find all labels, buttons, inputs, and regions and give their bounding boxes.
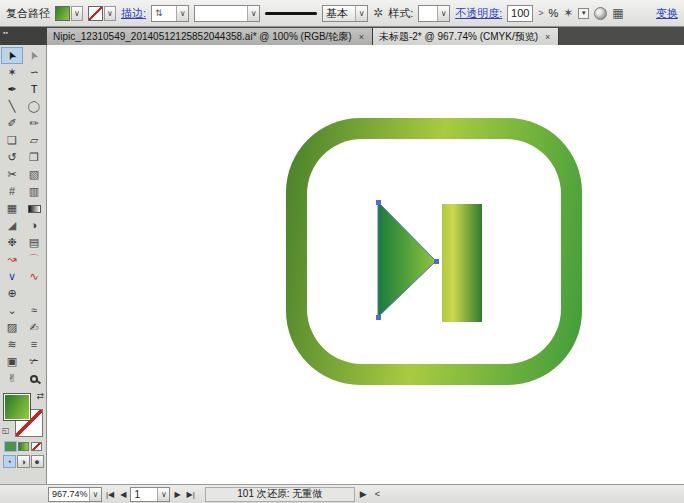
color-button[interactable] (5, 442, 16, 451)
chart-tool[interactable]: ▨ (1, 319, 23, 336)
width-profile-combo[interactable]: ∨ (194, 5, 260, 22)
screen-mode-fullscreen-menu-icon[interactable]: ◑ (17, 455, 30, 468)
select-similar-dropdown-icon[interactable]: ▾ (578, 8, 589, 19)
line-segment-tool[interactable]: ╲ (1, 98, 23, 115)
selection-marquee-tool[interactable]: ▧ (23, 166, 45, 183)
anchor-point-top[interactable] (376, 200, 381, 205)
status-handle-icon[interactable]: < (372, 489, 383, 499)
stroke-weight-dropdown-icon[interactable]: ∨ (176, 6, 188, 21)
column-graph-tool[interactable]: ▤ (23, 234, 45, 251)
pencil-tool[interactable]: ✏ (23, 115, 45, 132)
last-artboard-button[interactable]: ▶| (185, 490, 197, 499)
stroke-none-swatch-icon[interactable] (88, 6, 103, 21)
paint-style-buttons (0, 442, 46, 451)
polyline-tool[interactable]: ∨ (1, 268, 23, 285)
perspective-tool[interactable]: # (1, 183, 23, 200)
transform-panel-link[interactable]: 变换 (656, 6, 678, 21)
arc-tool[interactable]: ⌒ (23, 251, 45, 268)
rotate-tool[interactable]: ↺ (1, 149, 23, 166)
artboard-dropdown-icon[interactable]: ∨ (157, 488, 169, 501)
artboard-number-combo[interactable]: 1 ∨ (130, 487, 170, 502)
swap-fill-stroke-icon[interactable]: ⇄ (36, 391, 44, 401)
frame-tool[interactable]: ▣ (1, 353, 23, 370)
style-label: 样式: (388, 6, 413, 21)
paintbrush-tool[interactable]: ✐ (1, 115, 23, 132)
knife-tool[interactable]: ✃ (23, 353, 45, 370)
direct-selection-tool[interactable]: ➤ (23, 47, 45, 64)
select-similar-icon[interactable]: ✶ (563, 6, 573, 20)
opacity-stepper-icon[interactable]: > (538, 8, 543, 18)
stroke-panel-link[interactable]: 描边: (121, 6, 146, 21)
recolor-artwork-icon[interactable] (594, 7, 607, 20)
screen-mode-fullscreen-icon[interactable]: ● (31, 455, 44, 468)
brush-definition-label: 基本 (326, 6, 348, 21)
style-combo[interactable]: ∨ (418, 5, 450, 22)
gradient-tool[interactable] (23, 200, 45, 217)
warp-tool[interactable]: ⌄ (1, 302, 23, 319)
document-tab-2[interactable]: 未标题-2* @ 967.74% (CMYK/预览) × (373, 28, 559, 45)
pause-bar-shape[interactable] (442, 204, 482, 322)
symbol-sprayer-tool[interactable]: ❉ (1, 234, 23, 251)
prev-artboard-button[interactable]: ◀ (118, 490, 128, 499)
toolbox-panel: ➤ ➤ ✶ ∽ ✒ T ╲ ◯ ✐ ✏ ❏ ▱ ↺ ❐ ✂ ▧ # ▥ ▦ ◢ … (0, 45, 47, 503)
ribbon-tool[interactable]: ≈ (23, 302, 45, 319)
document-tab-1[interactable]: Nipic_12310549_20140512125852044358.ai* … (47, 28, 373, 45)
fill-indicator-gradient[interactable] (3, 393, 31, 421)
fill-color-control[interactable]: ∨ (55, 6, 83, 21)
anchor-point-bottom[interactable] (376, 315, 381, 320)
lines-tool[interactable]: ≡ (23, 336, 45, 353)
status-flyout-icon[interactable]: ▶ (357, 489, 370, 499)
building-graph-tool[interactable]: ▥ (23, 183, 45, 200)
document-tab-1-close-icon[interactable]: × (357, 31, 366, 43)
stroke-dropdown-icon[interactable]: ∨ (104, 6, 116, 21)
align-options-icon[interactable]: ▦ (612, 6, 623, 20)
screen-mode-normal-icon[interactable]: ◔ (3, 455, 16, 468)
next-artboard-button[interactable]: ▶ (172, 490, 182, 499)
brush-definition-combo[interactable]: 基本 ∨ (322, 5, 368, 22)
mesh-tool[interactable]: ▦ (1, 200, 23, 217)
stroke-weight-stepper-icon[interactable]: ⇅ (155, 8, 163, 18)
gradient-button[interactable] (18, 442, 29, 451)
ellipse-tool[interactable]: ◯ (23, 98, 45, 115)
none-button[interactable] (31, 442, 42, 451)
type-tool[interactable]: T (23, 81, 45, 98)
zoom-level-combo[interactable]: 967.74% ∨ (48, 487, 102, 502)
opacity-value-field[interactable]: 100 (507, 5, 533, 22)
document-tab-2-close-icon[interactable]: × (543, 31, 552, 43)
first-artboard-button[interactable]: |◀ (104, 490, 116, 499)
anchor-point-tip[interactable] (434, 259, 439, 264)
blend-tool[interactable]: ◑ (23, 217, 45, 234)
default-fill-stroke-icon[interactable]: ◱ (2, 426, 10, 435)
eraser-tool[interactable]: ▱ (23, 132, 45, 149)
eyedropper-tool[interactable]: ◢ (1, 217, 23, 234)
brush-dropdown-icon[interactable]: ∨ (355, 6, 367, 21)
artboard-canvas[interactable] (47, 45, 684, 484)
magic-wand-tool[interactable]: ✶ (1, 64, 23, 81)
target-tool[interactable]: ⊕ (1, 285, 23, 302)
warp-arrow-tool[interactable]: ↝ (1, 251, 23, 268)
lasso-tool[interactable]: ∽ (23, 64, 45, 81)
artboards-tool[interactable]: ❐ (23, 149, 45, 166)
style-dropdown-icon[interactable]: ∨ (437, 6, 449, 21)
opacity-panel-link[interactable]: 不透明度: (455, 6, 502, 21)
stroke-color-control[interactable]: ∨ (88, 6, 116, 21)
play-triangle-shape[interactable] (373, 197, 441, 323)
squiggle-tool[interactable]: ≋ (1, 336, 23, 353)
fill-dropdown-icon[interactable]: ∨ (71, 6, 83, 21)
pen-tool[interactable]: ✒ (1, 81, 23, 98)
status-display[interactable]: 101 次还原: 无重做 (205, 487, 355, 502)
zoom-tool[interactable] (23, 370, 45, 387)
selection-tool[interactable]: ➤ (1, 47, 23, 64)
stroke-weight-combo[interactable]: ⇅ ∨ (151, 5, 189, 22)
wave-tool[interactable]: ∿ (23, 268, 45, 285)
annotate-tool[interactable]: ✍ (23, 319, 45, 336)
brush-options-icon[interactable]: ✲ (373, 6, 383, 20)
opacity-value: 100 (511, 7, 529, 19)
fill-swatch-icon[interactable] (55, 6, 70, 21)
scissors-tool[interactable]: ✂ (1, 166, 23, 183)
hand-tool[interactable]: ✌ (1, 370, 23, 387)
flip-page-tool[interactable]: ❏ (1, 132, 23, 149)
width-profile-dropdown-icon[interactable]: ∨ (247, 6, 259, 21)
zoom-dropdown-icon[interactable]: ∨ (89, 488, 101, 501)
status-bar: 967.74% ∨ |◀ ◀ 1 ∨ ▶ ▶| 101 次还原: 无重做 ▶ < (0, 484, 684, 503)
